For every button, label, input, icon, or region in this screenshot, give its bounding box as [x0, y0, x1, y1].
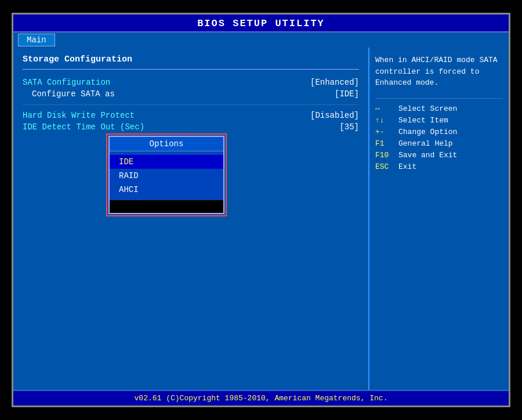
- row-divider: [23, 104, 359, 105]
- hard-disk-row[interactable]: Hard Disk Write Protect [Disabled]: [23, 111, 359, 120]
- sata-config-value: [Enhanced]: [310, 78, 359, 87]
- key-change-option: +- Change Option: [375, 128, 503, 136]
- ide-timeout-label: IDE Detect Time Out (Sec): [23, 122, 144, 132]
- help-text: When in AHCI/RAID mode SATA controller i…: [375, 55, 503, 89]
- key-desc-0: Select Screen: [398, 104, 457, 113]
- key-sym-2: +-: [375, 128, 394, 136]
- title-bar: BIOS SETUP UTILITY: [13, 15, 509, 32]
- option-ide[interactable]: IDE: [110, 155, 223, 169]
- option-ahci[interactable]: AHCI: [110, 183, 223, 197]
- key-desc-4: Save and Exit: [398, 151, 457, 160]
- ide-timeout-value: [35]: [339, 122, 359, 132]
- key-sym-4: F10: [375, 151, 394, 160]
- hard-disk-label: Hard Disk Write Protect: [23, 111, 135, 120]
- key-divider: [375, 98, 503, 99]
- key-sym-1: ↑↓: [375, 116, 394, 125]
- bios-title: BIOS SETUP UTILITY: [197, 18, 325, 29]
- options-popup-wrapper: Options IDE RAID AHCI: [106, 133, 227, 216]
- configure-sata-label: Configure SATA as: [23, 89, 115, 99]
- options-popup: Options IDE RAID AHCI: [108, 136, 224, 214]
- options-bottom: [110, 200, 223, 213]
- key-save-exit: F10 Save and Exit: [375, 151, 503, 160]
- key-desc-1: Select Item: [398, 116, 448, 125]
- footer-text: v02.61 (C)Copyright 1985-2010, American …: [135, 394, 388, 403]
- left-panel: Storage Configuration SATA Configuration…: [13, 48, 369, 390]
- key-desc-3: General Help: [398, 139, 453, 148]
- key-list: ↔ Select Screen ↑↓ Select Item +- Change…: [375, 104, 503, 171]
- options-title: Options: [110, 137, 223, 151]
- right-panel: When in AHCI/RAID mode SATA controller i…: [369, 48, 509, 390]
- key-select-screen: ↔ Select Screen: [375, 104, 503, 113]
- options-list: IDE RAID AHCI: [110, 151, 223, 200]
- configure-sata-row[interactable]: Configure SATA as [IDE]: [23, 89, 359, 99]
- key-sym-0: ↔: [375, 104, 394, 113]
- main-area: Storage Configuration SATA Configuration…: [13, 48, 509, 390]
- key-esc: ESC Exit: [375, 162, 503, 171]
- key-select-item: ↑↓ Select Item: [375, 116, 503, 125]
- footer: v02.61 (C)Copyright 1985-2010, American …: [13, 390, 509, 405]
- key-general-help: F1 General Help: [375, 139, 503, 148]
- ide-timeout-row[interactable]: IDE Detect Time Out (Sec) [35]: [23, 122, 359, 132]
- sata-config-row[interactable]: SATA Configuration [Enhanced]: [23, 78, 359, 87]
- key-desc-5: Exit: [398, 162, 416, 171]
- configure-sata-value: [IDE]: [335, 89, 359, 99]
- key-sym-3: F1: [375, 139, 394, 148]
- section-divider: [23, 69, 359, 70]
- sata-config-label: SATA Configuration: [23, 78, 110, 87]
- tab-main[interactable]: Main: [18, 34, 55, 46]
- option-raid[interactable]: RAID: [110, 169, 223, 183]
- nav-tabs: Main: [13, 32, 509, 48]
- key-desc-2: Change Option: [398, 128, 457, 136]
- hard-disk-value: [Disabled]: [310, 111, 359, 120]
- bios-screen: BIOS SETUP UTILITY Main Storage Configur…: [12, 13, 510, 407]
- key-sym-5: ESC: [375, 162, 394, 171]
- section-title: Storage Configuration: [23, 55, 359, 64]
